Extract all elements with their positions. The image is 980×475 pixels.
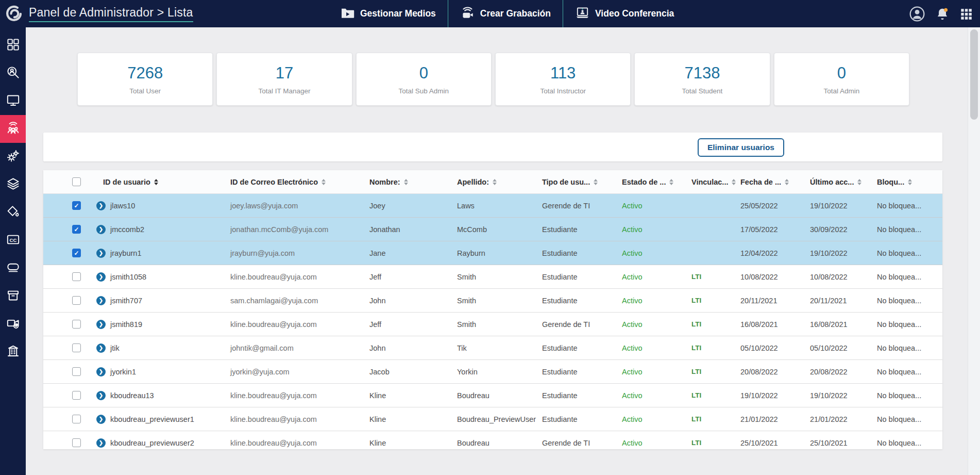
column-header-8[interactable]: Fecha de ... — [737, 178, 806, 186]
column-header-10[interactable]: Bloqu... — [873, 178, 942, 186]
blocked-state: No bloquea... — [873, 249, 942, 257]
top-header: Panel de Administrador > Lista Gestionar… — [0, 0, 980, 27]
row-checkbox[interactable] — [72, 343, 81, 352]
sidebar-item-layers[interactable] — [0, 171, 26, 199]
sort-arrows-icon[interactable] — [669, 179, 673, 185]
user-id: jlaws10 — [110, 202, 135, 210]
sort-arrows-icon[interactable] — [908, 179, 912, 185]
sort-arrows-icon[interactable] — [154, 179, 158, 185]
expand-row-icon[interactable]: ❯ — [96, 438, 106, 448]
notifications-bell-icon[interactable] — [935, 7, 950, 21]
expand-row-icon[interactable]: ❯ — [96, 225, 106, 234]
apps-grid-icon[interactable] — [959, 7, 973, 21]
sidebar-item-storage-drive[interactable] — [0, 254, 26, 282]
sidebar-item-building[interactable] — [0, 338, 26, 366]
expand-row-icon[interactable]: ❯ — [96, 415, 106, 424]
table-row[interactable]: ❯kboudreau13kline.boudreau@yuja.comKline… — [43, 384, 942, 407]
first-name: Jeff — [366, 273, 453, 281]
row-checkbox[interactable] — [72, 320, 81, 329]
yuja-swirl-logo-icon[interactable] — [5, 4, 24, 23]
menu-item-video-conferencia[interactable]: Video Conferencia — [563, 0, 686, 27]
menu-item-label: Crear Grabación — [480, 8, 551, 19]
user-type: Estudiante — [538, 249, 618, 257]
expand-row-icon[interactable]: ❯ — [96, 296, 106, 305]
column-header-5[interactable]: Tipo de usu... — [538, 178, 618, 186]
column-header-6[interactable]: Estado de ... — [618, 178, 688, 186]
sidebar-item-users-broadcast[interactable] — [0, 115, 26, 143]
sidebar-item-paint-bucket[interactable] — [0, 199, 26, 226]
table-row[interactable]: ❯jsmith1058kline.boudreau@yuja.comJeffSm… — [43, 265, 942, 289]
created-date: 25/10/2021 — [737, 439, 806, 447]
sidebar-item-video-camera[interactable] — [0, 310, 26, 338]
sort-arrows-icon[interactable] — [732, 179, 736, 185]
folder-play-icon — [340, 5, 355, 23]
row-checkbox[interactable] — [72, 438, 81, 447]
column-header-3[interactable]: Nombre: — [366, 178, 453, 186]
delete-users-button[interactable]: Eliminar usuarios — [698, 138, 784, 157]
sort-arrows-icon[interactable] — [404, 179, 408, 185]
row-checkbox[interactable] — [72, 391, 81, 400]
table-row[interactable]: ❯jyorkin1jyorkin@yuja.comJacobYorkinEstu… — [43, 360, 942, 384]
expand-row-icon[interactable]: ❯ — [96, 272, 106, 282]
table-row[interactable]: ✓❯jlaws10joey.laws@yuja.comJoeyLawsGeren… — [43, 194, 942, 218]
column-header-7[interactable]: Vinculac... — [688, 178, 737, 186]
row-checkbox[interactable] — [72, 415, 81, 423]
column-header-2[interactable]: ID de Correo Electrónico — [227, 178, 366, 186]
row-checkbox[interactable]: ✓ — [72, 201, 81, 210]
column-header-4[interactable]: Apellido: — [453, 178, 538, 186]
expand-row-icon[interactable]: ❯ — [96, 320, 106, 329]
last-name: McComb — [453, 225, 538, 234]
sidebar-item-user-search[interactable] — [0, 59, 26, 87]
select-all-checkbox[interactable] — [72, 177, 81, 186]
expand-row-icon[interactable]: ❯ — [96, 367, 106, 376]
sidebar-item-gears[interactable] — [0, 143, 26, 171]
expand-row-icon[interactable]: ❯ — [96, 201, 106, 210]
menu-item-crear-grabaci-n[interactable]: Crear Grabación — [448, 0, 563, 27]
sort-arrows-icon[interactable] — [322, 179, 326, 185]
table-row[interactable]: ❯kboudreau_previewuser2kline.boudreau@yu… — [43, 431, 942, 449]
table-row[interactable]: ❯kboudreau_previewuser1kline.boudreau@yu… — [43, 407, 942, 431]
stat-label: Total Instructor — [540, 87, 586, 95]
expand-row-icon[interactable]: ❯ — [96, 391, 106, 400]
row-checkbox[interactable] — [72, 296, 81, 305]
sidebar-item-closed-captions[interactable]: CC — [0, 226, 26, 254]
sort-arrows-icon[interactable] — [857, 179, 861, 185]
sidebar-item-monitor[interactable] — [0, 87, 26, 115]
scrollbar-thumb[interactable] — [970, 29, 978, 120]
first-name: John — [366, 344, 453, 352]
table-row[interactable]: ❯jsmith819kline.boudreau@yuja.comJeffSmi… — [43, 313, 942, 336]
sidebar-item-archive-box[interactable] — [0, 282, 26, 310]
last-access-date: 05/10/2022 — [806, 344, 873, 352]
sidebar-item-dashboard[interactable] — [0, 31, 26, 59]
stat-card-total-admin: 0Total Admin — [774, 53, 909, 106]
expand-row-icon[interactable]: ❯ — [96, 343, 106, 353]
table-row[interactable]: ❯jsmith707sam.chamlagai@yuja.comJohnSmit… — [43, 289, 942, 313]
users-table-panel: ID de usuarioID de Correo ElectrónicoNom… — [43, 170, 942, 449]
menu-item-gestionar-medios[interactable]: Gestionar Medios — [328, 0, 448, 27]
sort-arrows-icon[interactable] — [785, 179, 789, 185]
row-checkbox[interactable] — [72, 367, 81, 376]
stat-value: 0 — [837, 64, 846, 83]
row-checkbox[interactable]: ✓ — [72, 225, 81, 234]
stat-value: 7138 — [684, 64, 720, 83]
stat-card-total-user: 7268Total User — [77, 53, 213, 106]
user-type: Gerende de TI — [538, 320, 618, 329]
user-status: Activo — [618, 249, 688, 257]
sort-arrows-icon[interactable] — [594, 179, 598, 185]
user-id: jyorkin1 — [110, 368, 136, 376]
link-type: LTI — [688, 368, 737, 375]
expand-row-icon[interactable]: ❯ — [96, 249, 106, 258]
table-row[interactable]: ✓❯jmccomb2jonathan.mcComb@yuja.comJonath… — [43, 218, 942, 241]
table-row[interactable]: ❯jtikjohntik@gmail.comJohnTikEstudianteA… — [43, 336, 942, 360]
table-row[interactable]: ✓❯jrayburn1jrayburn@yuja.comJaneRayburnE… — [43, 241, 942, 265]
vertical-scrollbar[interactable] — [968, 27, 980, 475]
row-checkbox[interactable] — [72, 272, 81, 281]
column-header-1[interactable]: ID de usuario — [93, 178, 227, 186]
avatar-icon[interactable] — [909, 6, 925, 22]
left-sidebar: CC — [0, 27, 26, 475]
column-header-9[interactable]: Último acc... — [806, 178, 873, 186]
created-date: 16/08/2021 — [737, 320, 806, 329]
link-type: LTI — [688, 439, 737, 447]
sort-arrows-icon[interactable] — [493, 179, 497, 185]
row-checkbox[interactable]: ✓ — [72, 249, 81, 257]
